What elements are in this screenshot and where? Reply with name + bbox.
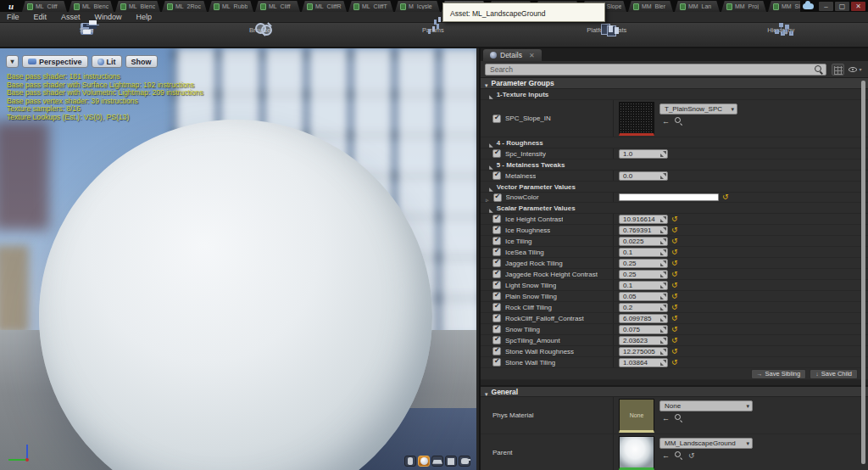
param-checkbox[interactable]	[492, 259, 501, 267]
preview-shape-button[interactable]	[459, 456, 470, 467]
reset-icon[interactable]	[671, 348, 678, 355]
preview-shape-button[interactable]	[404, 456, 416, 467]
browse-to-asset-icon[interactable]	[675, 451, 683, 460]
reset-icon[interactable]	[671, 260, 678, 267]
search-input[interactable]	[485, 64, 826, 76]
view-mode-button[interactable]: Lit	[92, 55, 122, 68]
reset-icon[interactable]	[671, 282, 678, 289]
preview-shape-button[interactable]	[445, 456, 457, 467]
value-input[interactable]: 0.1	[619, 281, 668, 290]
reset-icon[interactable]	[671, 271, 678, 278]
metalness-header[interactable]: 5 - Metalness Tweaks	[481, 159, 868, 171]
maximize-button[interactable]: ▢	[835, 2, 849, 11]
color-swatch[interactable]	[619, 193, 719, 201]
param-checkbox[interactable]	[492, 149, 501, 158]
value-input[interactable]: 10.916614	[619, 215, 668, 224]
use-selected-icon[interactable]	[662, 118, 670, 126]
preview-shape-button[interactable]	[431, 456, 443, 467]
texture-select-dropdown[interactable]: T_PlainSnow_SPC	[659, 104, 737, 115]
parent-material-dropdown[interactable]: MM_LandscapeGround	[659, 438, 753, 449]
param-checkbox[interactable]	[492, 115, 501, 123]
param-checkbox[interactable]	[492, 248, 501, 256]
preview-shape-button[interactable]	[418, 456, 430, 467]
preview-viewport[interactable]: Perspective Lit Show Base pass shader: 1…	[0, 48, 476, 470]
param-checkbox[interactable]	[492, 281, 501, 289]
reset-icon[interactable]	[722, 193, 729, 201]
reset-icon[interactable]	[671, 238, 678, 245]
reset-icon[interactable]	[671, 326, 678, 333]
asset-tab[interactable]: ML_Cliff	[255, 1, 300, 12]
details-scrollbar[interactable]	[861, 81, 865, 464]
param-checkbox[interactable]	[492, 314, 501, 322]
toolbar-button[interactable]: Browse ▾	[253, 23, 266, 35]
asset-tab[interactable]: MM_Lan	[675, 1, 720, 12]
use-selected-icon[interactable]	[662, 452, 670, 460]
param-checkbox[interactable]	[492, 215, 501, 223]
value-input[interactable]: 0.075	[619, 325, 668, 334]
browse-to-asset-icon[interactable]	[675, 414, 683, 422]
param-checkbox[interactable]	[492, 226, 501, 234]
asset-tab[interactable]: ML_2Roc	[162, 1, 207, 12]
show-flags-button[interactable]: Show	[125, 55, 158, 68]
param-checkbox[interactable]	[492, 292, 501, 300]
details-tab[interactable]: Details ✕	[483, 49, 542, 61]
reset-icon[interactable]	[671, 293, 678, 300]
save-sibling-button[interactable]: → Save Sibling	[751, 369, 807, 379]
save-child-button[interactable]: ↓ Save Child	[810, 369, 858, 379]
visibility-filter-button[interactable]: ▾	[847, 64, 864, 76]
param-checkbox[interactable]	[492, 270, 501, 278]
expander-arrow-icon[interactable]	[486, 190, 489, 205]
vector-params-header[interactable]: Vector Parameter Values	[481, 182, 868, 193]
roughness-header[interactable]: 4 - Roughness	[481, 137, 868, 148]
value-input[interactable]: 0.1	[619, 248, 668, 257]
asset-tab[interactable]: MM_Bler	[628, 1, 673, 12]
camera-mode-button[interactable]: Perspective	[22, 55, 88, 68]
parameter-groups-header[interactable]: Parameter Groups	[481, 78, 868, 89]
param-checkbox[interactable]	[493, 193, 502, 202]
value-input[interactable]: 6.099785	[619, 314, 668, 323]
value-input[interactable]: 0.0	[619, 171, 668, 181]
value-input[interactable]: 12.275005	[619, 347, 668, 356]
use-selected-icon[interactable]	[662, 415, 670, 422]
phys-material-dropdown[interactable]: None	[659, 400, 753, 411]
reset-icon[interactable]	[671, 315, 678, 322]
phys-material-thumbnail[interactable]: None	[619, 399, 654, 433]
scalar-params-header[interactable]: Scalar Parameter Values	[481, 203, 868, 214]
asset-tab[interactable]: ML_Rubb	[209, 1, 253, 12]
chevron-down-icon[interactable]: ▾	[785, 30, 788, 36]
reset-icon[interactable]	[671, 227, 678, 234]
asset-tab[interactable]: ML_CliffT	[348, 1, 393, 12]
parent-material-thumbnail[interactable]	[619, 436, 654, 470]
value-input[interactable]: 2.03623	[619, 336, 668, 345]
minimize-button[interactable]: –	[819, 2, 833, 11]
param-checkbox[interactable]	[492, 347, 501, 355]
value-input[interactable]: 0.25	[619, 270, 668, 279]
asset-tab[interactable]: ML_Blenc	[69, 1, 114, 12]
browse-to-asset-icon[interactable]	[675, 117, 683, 126]
texture-thumbnail[interactable]	[619, 102, 654, 136]
param-checkbox[interactable]	[492, 303, 501, 311]
cloud-icon[interactable]	[803, 3, 814, 9]
reset-icon[interactable]	[671, 215, 678, 223]
menu-item[interactable]: Asset	[61, 13, 81, 21]
reset-icon[interactable]	[671, 304, 678, 311]
value-input[interactable]: 0.2	[619, 303, 668, 312]
reset-icon[interactable]	[671, 249, 678, 256]
value-input[interactable]: 1.03864	[619, 358, 668, 367]
asset-tab[interactable]: ML_Cliff	[22, 1, 67, 12]
value-input[interactable]: 0.0225	[619, 237, 668, 246]
asset-tab[interactable]: MM_Sloj	[768, 1, 800, 12]
reset-icon[interactable]	[671, 359, 678, 366]
asset-tab[interactable]: M_Icysle	[395, 1, 440, 12]
toolbar-button[interactable]: Hierarchy ▾	[774, 23, 787, 35]
close-button[interactable]: ✕	[851, 2, 865, 11]
value-input[interactable]: 1.0	[619, 149, 668, 159]
viewport-options-dropdown[interactable]	[6, 55, 19, 68]
value-input[interactable]: 0.769391	[619, 226, 668, 235]
param-checkbox[interactable]	[492, 237, 501, 245]
menu-item[interactable]: Help	[136, 13, 153, 21]
menu-item[interactable]: Edit	[34, 13, 47, 21]
asset-tab[interactable]: ML_Blenc	[115, 1, 160, 12]
value-input[interactable]: 0.25	[619, 259, 668, 268]
value-input[interactable]: 0.05	[619, 292, 668, 301]
